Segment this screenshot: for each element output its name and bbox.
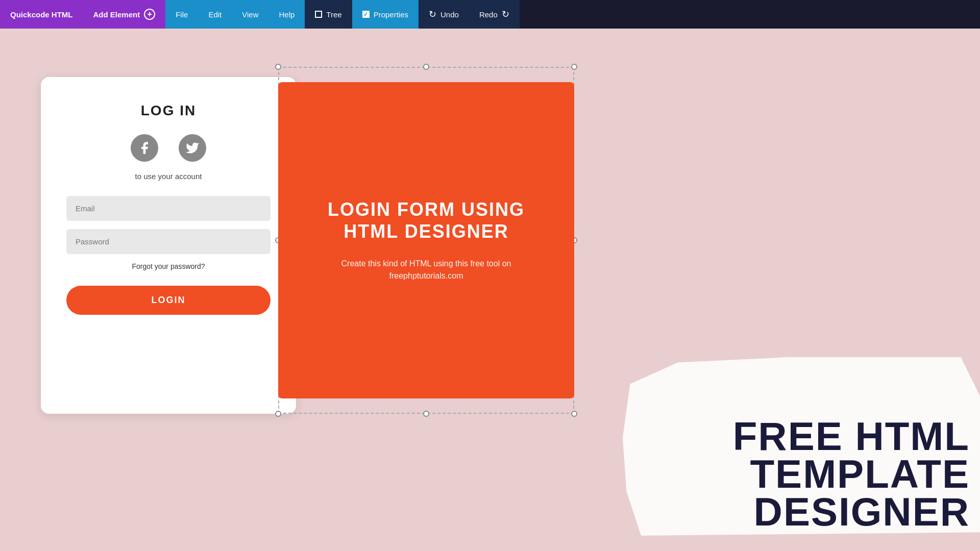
orange-panel-title: LOGIN FORM USINGHTML DESIGNER bbox=[328, 198, 525, 242]
login-title: LOG IN bbox=[66, 103, 271, 119]
canvas: LOG IN to use your account Forgot your p… bbox=[0, 29, 980, 551]
twitter-icon bbox=[185, 141, 200, 155]
watermark-line3: DESIGNER bbox=[733, 493, 970, 531]
properties-checkbox bbox=[362, 11, 370, 18]
login-card: LOG IN to use your account Forgot your p… bbox=[41, 77, 296, 414]
tree-toggle-button[interactable]: Tree bbox=[305, 0, 352, 29]
edit-label: Edit bbox=[208, 10, 222, 19]
redo-icon: ↻ bbox=[502, 9, 509, 20]
undo-icon: ↺ bbox=[429, 9, 436, 20]
help-menu-button[interactable]: Help bbox=[268, 0, 305, 29]
redo-button[interactable]: Redo ↻ bbox=[469, 0, 520, 29]
watermark-line1: FREE HTML bbox=[733, 417, 970, 455]
selection-container: LOGIN FORM USINGHTML DESIGNER Create thi… bbox=[278, 67, 574, 414]
undo-label: Undo bbox=[440, 10, 459, 19]
password-input[interactable] bbox=[66, 229, 271, 254]
social-icons bbox=[66, 134, 271, 162]
quickcode-button[interactable]: Quickcode HTML bbox=[0, 0, 83, 29]
help-label: Help bbox=[279, 10, 295, 19]
twitter-button[interactable] bbox=[179, 134, 206, 162]
orange-panel-subtitle: Create this kind of HTML using this free… bbox=[341, 258, 511, 282]
resize-handle-bl[interactable] bbox=[275, 411, 281, 417]
tree-label: Tree bbox=[326, 10, 341, 19]
resize-handle-tr[interactable] bbox=[571, 64, 577, 70]
properties-toggle-button[interactable]: Properties bbox=[352, 0, 419, 29]
email-input[interactable] bbox=[66, 196, 271, 221]
add-element-label: Add Element bbox=[93, 10, 140, 19]
orange-panel: LOGIN FORM USINGHTML DESIGNER Create thi… bbox=[278, 82, 574, 398]
resize-handle-br[interactable] bbox=[571, 411, 577, 417]
facebook-button[interactable] bbox=[131, 134, 158, 162]
edit-menu-button[interactable]: Edit bbox=[198, 0, 232, 29]
view-menu-button[interactable]: View bbox=[232, 0, 268, 29]
resize-handle-bc[interactable] bbox=[423, 411, 429, 417]
file-label: File bbox=[176, 10, 188, 19]
redo-label: Redo bbox=[479, 10, 498, 19]
login-submit-button[interactable]: LOGIN bbox=[66, 286, 271, 315]
properties-label: Properties bbox=[374, 10, 408, 19]
resize-handle-tc[interactable] bbox=[423, 64, 429, 70]
watermark-line2: TEMPLATE bbox=[733, 455, 970, 493]
facebook-icon bbox=[137, 141, 152, 155]
plus-icon: + bbox=[144, 9, 155, 20]
resize-handle-tl[interactable] bbox=[275, 64, 281, 70]
tree-checkbox bbox=[315, 11, 322, 18]
watermark-container: FREE HTML TEMPLATE DESIGNER bbox=[733, 417, 970, 531]
social-text: to use your account bbox=[66, 172, 271, 181]
view-label: View bbox=[242, 10, 258, 19]
toolbar: Quickcode HTML Add Element + File Edit V… bbox=[0, 0, 980, 29]
undo-button[interactable]: ↺ Undo bbox=[419, 0, 469, 29]
quickcode-label: Quickcode HTML bbox=[10, 10, 73, 19]
add-element-button[interactable]: Add Element + bbox=[83, 0, 166, 29]
forgot-password-link[interactable]: Forgot your password? bbox=[66, 262, 271, 270]
file-menu-button[interactable]: File bbox=[165, 0, 198, 29]
